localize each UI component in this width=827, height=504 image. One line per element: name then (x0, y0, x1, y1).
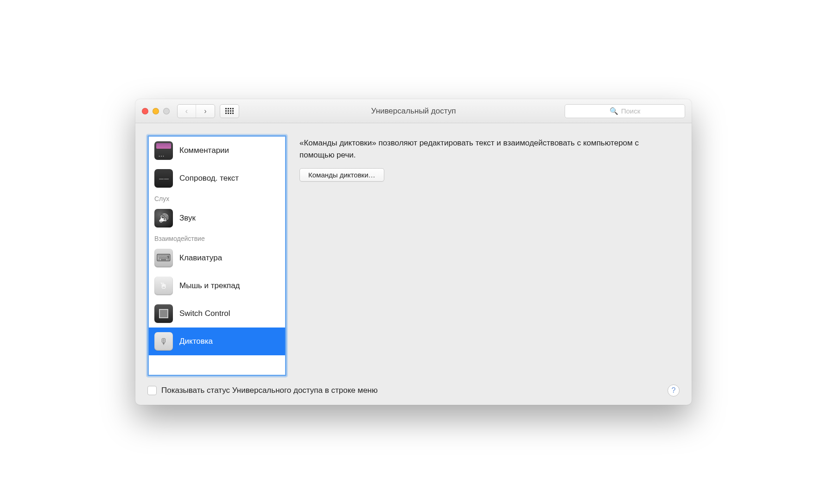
sidebar-item-label: Комментарии (179, 146, 229, 155)
close-icon[interactable] (142, 108, 148, 114)
switch-control-icon (154, 304, 173, 323)
captions-icon (154, 169, 173, 188)
search-placeholder: Поиск (621, 107, 641, 115)
preferences-window: ‹ › Универсальный доступ 🔍 Поиск Комме (135, 99, 692, 405)
dictation-commands-button[interactable]: Команды диктовки… (299, 168, 384, 182)
sidebar-item-label: Звук (179, 214, 196, 223)
search-icon: 🔍 (610, 107, 618, 115)
microphone-icon (154, 332, 173, 351)
sidebar-item-label: Switch Control (179, 309, 230, 318)
dictation-description: «Команды диктовки» позволяют редактирова… (299, 137, 675, 161)
sound-icon (154, 209, 173, 227)
sidebar-item-captions[interactable]: Сопровод. текст (149, 164, 285, 192)
comments-icon (154, 141, 173, 160)
mouse-icon (154, 277, 173, 295)
sidebar-item-mouse[interactable]: Мышь и трекпад (149, 272, 285, 300)
forward-button[interactable]: › (196, 105, 215, 118)
detail-pane: «Команды диктовки» позволяют редактирова… (295, 135, 680, 376)
grid-icon (225, 108, 234, 114)
chevron-left-icon: ‹ (185, 107, 188, 115)
help-button[interactable]: ? (668, 384, 680, 397)
show-status-label: Показывать статус Универсального доступа… (161, 386, 378, 395)
sidebar-item-keyboard[interactable]: Клавиатура (149, 244, 285, 272)
chevron-right-icon: › (204, 107, 206, 115)
nav-segment: ‹ › (177, 104, 215, 118)
help-icon: ? (672, 386, 676, 395)
minimize-icon[interactable] (153, 108, 159, 114)
footer: Показывать статус Универсального доступа… (147, 384, 680, 397)
sidebar-item-label: Мышь и трекпад (179, 281, 240, 290)
search-field[interactable]: 🔍 Поиск (565, 104, 685, 118)
sidebar: Комментарии Сопровод. текст Слух Звук Вз… (147, 135, 286, 376)
section-hearing: Слух (149, 192, 285, 204)
show-all-button[interactable] (220, 104, 239, 118)
titlebar: ‹ › Универсальный доступ 🔍 Поиск (135, 99, 692, 123)
sidebar-item-sound[interactable]: Звук (149, 204, 285, 232)
sidebar-item-dictation[interactable]: Диктовка (149, 328, 285, 355)
sidebar-item-switch-control[interactable]: Switch Control (149, 300, 285, 328)
show-status-checkbox[interactable] (147, 386, 157, 395)
back-button[interactable]: ‹ (178, 105, 196, 118)
window-title: Универсальный доступ (371, 107, 456, 116)
sidebar-item-label: Клавиатура (179, 253, 222, 263)
sidebar-item-comments[interactable]: Комментарии (149, 137, 285, 164)
keyboard-icon (154, 249, 173, 267)
sidebar-item-label: Диктовка (179, 337, 213, 346)
content-area: Комментарии Сопровод. текст Слух Звук Вз… (135, 123, 692, 405)
window-controls (142, 108, 170, 114)
sidebar-item-label: Сопровод. текст (179, 174, 239, 183)
section-interaction: Взаимодействие (149, 232, 285, 244)
zoom-icon[interactable] (163, 108, 170, 114)
